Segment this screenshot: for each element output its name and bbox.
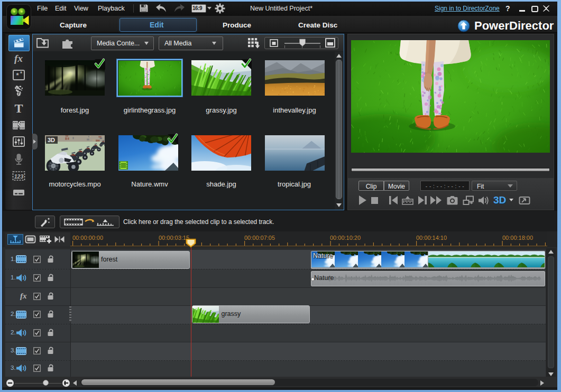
svg-text:T: T	[14, 101, 23, 115]
svg-text:123: 123	[14, 173, 24, 180]
svg-text:fx: fx	[14, 53, 23, 64]
svg-text:*: *	[16, 71, 19, 79]
svg-text:*: *	[20, 71, 22, 77]
